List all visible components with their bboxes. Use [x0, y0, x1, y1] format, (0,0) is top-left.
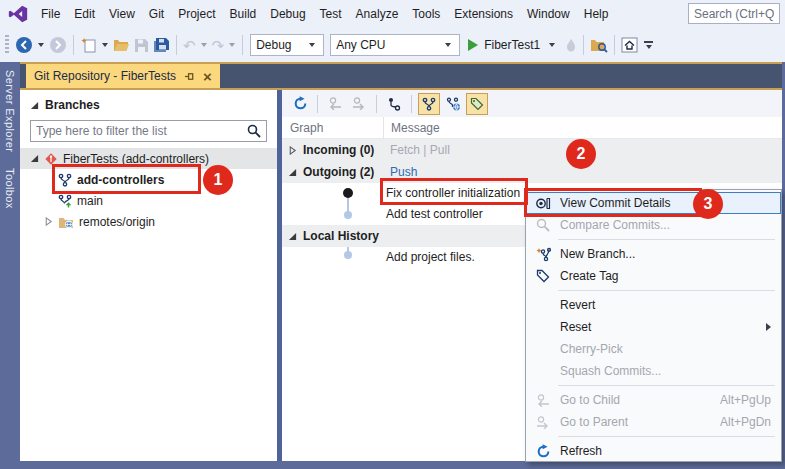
toolbar-separator	[583, 35, 584, 55]
go-to-child-button[interactable]	[324, 93, 346, 115]
menu-item-new-branch[interactable]: New Branch...	[526, 243, 781, 265]
tree-item-main[interactable]: main	[20, 190, 277, 211]
git-repository-icon	[44, 152, 58, 166]
redo-button[interactable]: ↷	[210, 33, 227, 57]
tree-item-remotes-origin[interactable]: remotes/origin	[20, 211, 277, 232]
menu-git[interactable]: Git	[142, 0, 171, 28]
graph-view-button[interactable]	[383, 93, 405, 115]
show-tags-toggle[interactable]	[466, 93, 488, 115]
menu-item-refresh[interactable]: Refresh	[526, 440, 781, 462]
new-project-button[interactable]	[78, 33, 99, 57]
chevron-down-icon	[646, 45, 652, 49]
toolbar-grip[interactable]	[5, 35, 9, 55]
menu-item-create-tag[interactable]: Create Tag	[526, 265, 781, 287]
undo-button[interactable]: ↶	[181, 33, 198, 57]
menu-item-revert[interactable]: Revert	[526, 294, 781, 316]
undo-dropdown-icon[interactable]	[201, 43, 207, 47]
go-to-parent-button[interactable]	[348, 93, 370, 115]
incoming-actions: Fetch | Pull	[390, 143, 450, 157]
expander-open-icon[interactable]	[288, 232, 297, 241]
save-button[interactable]	[132, 33, 151, 57]
new-project-dropdown-icon[interactable]	[102, 43, 108, 47]
menu-debug[interactable]: Debug	[263, 0, 312, 28]
menu-help[interactable]: Help	[577, 0, 616, 28]
toolbar-separator	[73, 35, 74, 55]
commit-message: Add test controller	[386, 207, 483, 221]
new-branch-icon	[530, 247, 556, 262]
menu-item-squash-commits: Squash Commits...	[526, 360, 781, 382]
document-tab-strip: Git Repository - FiberTests ×	[20, 62, 785, 90]
sidebar-item-toolbox[interactable]: Toolbox	[4, 168, 16, 209]
run-target-label: FiberTest1	[484, 38, 540, 52]
toolbar-separator	[242, 35, 243, 55]
expander-open-icon[interactable]	[288, 168, 297, 177]
toolbar-separator	[614, 35, 615, 55]
menu-item-reset[interactable]: Reset	[526, 316, 781, 338]
incoming-section-row[interactable]: Incoming (0) Fetch | Pull	[282, 139, 782, 161]
branches-pane: Branches FiberTests (add-controllers) ad…	[20, 90, 277, 461]
show-local-branches-toggle[interactable]	[418, 93, 440, 115]
expander-open-icon[interactable]	[30, 154, 39, 163]
menu-edit[interactable]: Edit	[67, 0, 102, 28]
tree-item-add-controllers[interactable]: add-controllers	[20, 169, 277, 190]
expander-closed-icon[interactable]	[44, 217, 53, 226]
push-link[interactable]: Push	[390, 165, 417, 179]
search-icon[interactable]	[247, 124, 261, 138]
outgoing-label: Outgoing (2)	[303, 165, 374, 179]
column-header-graph[interactable]: Graph	[290, 117, 323, 139]
expander-closed-icon[interactable]	[288, 146, 297, 155]
tab-git-repository[interactable]: Git Repository - FiberTests ×	[26, 64, 220, 88]
navigate-backward-dropdown-icon[interactable]	[38, 43, 44, 47]
menu-tools[interactable]: Tools	[405, 0, 447, 28]
outgoing-section-row[interactable]: Outgoing (2) Push	[282, 161, 782, 183]
navigate-backward-button[interactable]	[13, 33, 35, 57]
toolbar-options-button[interactable]	[644, 41, 653, 49]
tab-title: Git Repository - FiberTests	[34, 69, 176, 83]
toolbar-separator	[317, 95, 318, 113]
hot-reload-icon[interactable]	[563, 33, 579, 57]
navigate-forward-button[interactable]	[47, 33, 69, 57]
pin-icon[interactable]	[184, 71, 195, 82]
menu-build[interactable]: Build	[223, 0, 264, 28]
standard-toolbar: ↶ ↷ Debug Any CPU FiberTest1	[0, 28, 785, 62]
fetch-link[interactable]: Fetch	[390, 143, 420, 157]
menu-separator	[558, 290, 775, 291]
menu-bar: File Edit View Git Project Build Debug T…	[0, 0, 785, 28]
start-debugging-button[interactable]: FiberTest1	[463, 38, 563, 52]
menu-view[interactable]: View	[102, 0, 142, 28]
menu-item-view-commit-details[interactable]: View Commit Details	[526, 192, 781, 214]
configuration-value: Debug	[256, 38, 306, 52]
menu-window[interactable]: Window	[520, 0, 577, 28]
menu-analyze[interactable]: Analyze	[349, 0, 406, 28]
tree-item-repo[interactable]: FiberTests (add-controllers)	[20, 148, 277, 169]
sidebar-item-server-explorer[interactable]: Server Explorer	[4, 70, 16, 152]
menu-file[interactable]: File	[34, 0, 67, 28]
redo-dropdown-icon[interactable]	[229, 43, 235, 47]
show-remote-branches-toggle[interactable]	[442, 93, 464, 115]
commit-context-menu: View Commit Details Compare Commits... N…	[525, 189, 782, 462]
branches-section-header[interactable]: Branches	[20, 90, 277, 112]
menu-extensions[interactable]: Extensions	[447, 0, 520, 28]
column-header-message[interactable]: Message	[383, 117, 440, 139]
find-in-files-button[interactable]	[588, 33, 610, 57]
solution-configurations-dropdown[interactable]: Debug	[250, 34, 324, 56]
menu-item-cherry-pick: Cherry-Pick	[526, 338, 781, 360]
save-all-button[interactable]	[151, 33, 172, 57]
refresh-button[interactable]	[289, 93, 311, 115]
commit-message: Add project files.	[386, 250, 475, 264]
autohide-tab-strip: Server Explorer Toolbox	[0, 62, 20, 469]
home-button[interactable]	[619, 33, 640, 57]
pull-link[interactable]: Pull	[430, 143, 450, 157]
menu-separator	[558, 239, 775, 240]
close-icon[interactable]: ×	[203, 69, 212, 84]
solution-platforms-dropdown[interactable]: Any CPU	[330, 34, 460, 56]
open-file-button[interactable]	[111, 33, 132, 57]
menu-shortcut: Alt+PgDn	[720, 415, 771, 429]
branch-filter-input[interactable]	[31, 124, 247, 138]
menu-test[interactable]: Test	[313, 0, 349, 28]
remotes-folder-icon	[58, 215, 74, 229]
play-icon	[468, 39, 478, 51]
quick-search-input[interactable]	[688, 3, 780, 24]
menu-project[interactable]: Project	[171, 0, 222, 28]
tree-item-label: main	[77, 194, 103, 208]
